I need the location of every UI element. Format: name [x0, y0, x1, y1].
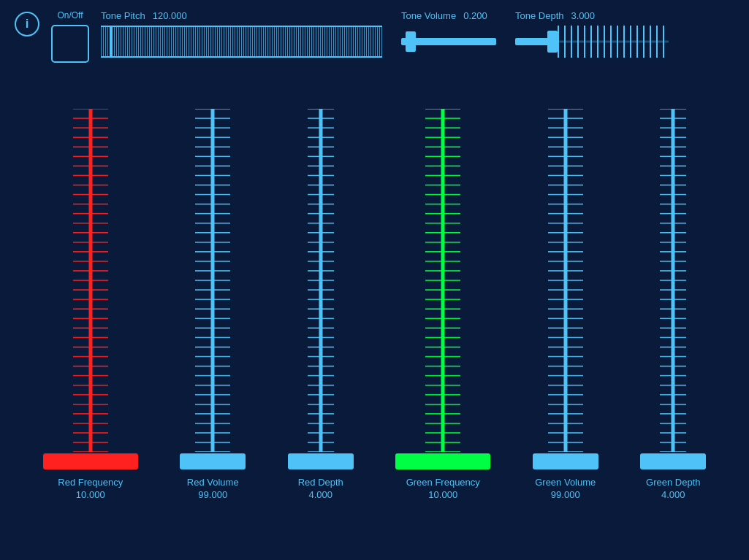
tone-pitch-section: Tone Pitch 120.000 [101, 10, 382, 58]
tone-depth-label: Tone Depth [515, 10, 564, 21]
tone-volume-label: Tone Volume [401, 10, 456, 21]
green-freq-value: 10.000 [428, 489, 457, 500]
volume-thumb [406, 31, 416, 52]
tone-pitch-value: 120.000 [153, 10, 187, 21]
tone-volume-value: 0.200 [463, 10, 487, 21]
meter-green-vol[interactable]: Green Volume 99.000 [533, 109, 598, 500]
on-off-section: On/Off [51, 10, 89, 63]
on-off-toggle[interactable] [51, 25, 89, 63]
meter-red-vol[interactable]: Red Volume 99.000 [180, 109, 246, 500]
green-freq-label: Green Frequency [406, 477, 480, 488]
green-vol-value: 99.000 [551, 489, 580, 500]
info-label: i [26, 17, 29, 31]
meter-red-depth[interactable]: Red Depth 4.000 [288, 109, 354, 500]
tone-depth-slider[interactable] [515, 26, 669, 58]
red-depth-value: 4.000 [308, 489, 332, 500]
red-depth-label: Red Depth [298, 477, 343, 488]
tone-pitch-slider[interactable] [101, 26, 382, 58]
tone-depth-value: 3.000 [571, 10, 596, 21]
meter-green-freq[interactable]: Green Frequency 10.000 [395, 109, 490, 500]
red-freq-value: 10.000 [76, 489, 105, 500]
depth-thumb [547, 31, 558, 53]
tone-volume-section: Tone Volume 0.200 [401, 10, 496, 58]
red-vol-value: 99.000 [198, 489, 227, 500]
tone-volume-slider[interactable] [401, 26, 496, 58]
red-vol-handle [180, 453, 246, 469]
red-depth-handle [288, 453, 354, 469]
green-depth-label: Green Depth [646, 477, 700, 488]
pitch-thumb [110, 27, 113, 56]
green-freq-handle [395, 453, 490, 469]
green-depth-value: 4.000 [661, 489, 685, 500]
tone-depth-section: Tone Depth 3.000 [515, 10, 669, 58]
green-vol-handle [533, 453, 598, 469]
red-freq-label: Red Frequency [58, 477, 123, 488]
green-vol-label: Green Volume [535, 477, 596, 488]
info-icon[interactable]: i [15, 12, 39, 37]
on-off-label: On/Off [57, 10, 83, 20]
meter-green-depth[interactable]: Green Depth 4.000 [640, 109, 706, 500]
red-freq-handle [43, 453, 138, 469]
green-depth-handle [640, 453, 706, 469]
meter-red-freq[interactable]: // Generated inline via JS below Red Fre… [43, 109, 138, 500]
meters-area: // Generated inline via JS below Red Fre… [0, 106, 749, 544]
red-vol-label: Red Volume [187, 477, 239, 488]
tone-pitch-label: Tone Pitch [101, 10, 145, 21]
